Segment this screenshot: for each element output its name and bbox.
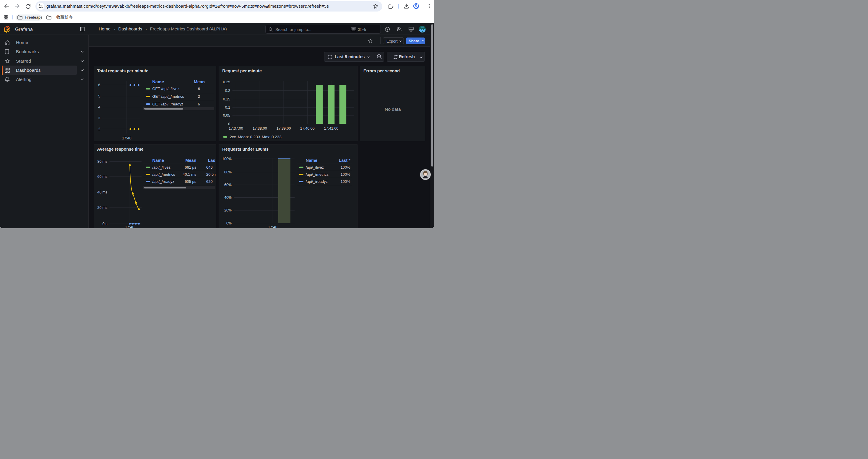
svg-text:17:38:00: 17:38:00: [253, 126, 267, 131]
svg-text:0%: 0%: [226, 221, 231, 225]
svg-text:0.15: 0.15: [223, 97, 230, 101]
svg-text:0: 0: [228, 122, 230, 126]
svg-text:40 ms: 40 ms: [97, 190, 107, 194]
svg-text:17:39:00: 17:39:00: [277, 126, 291, 131]
svg-text:2: 2: [98, 127, 100, 131]
svg-text:0.1: 0.1: [225, 105, 230, 109]
svg-text:17:40: 17:40: [122, 136, 131, 140]
svg-text:3: 3: [98, 116, 100, 120]
svg-text:0 s: 0 s: [102, 222, 107, 226]
svg-text:17:41:00: 17:41:00: [324, 126, 339, 131]
svg-text:17:37:00: 17:37:00: [229, 126, 243, 131]
svg-text:0.05: 0.05: [223, 113, 230, 118]
svg-text:20%: 20%: [224, 208, 231, 212]
svg-text:0.2: 0.2: [225, 89, 230, 93]
svg-text:17:40:00: 17:40:00: [300, 126, 315, 131]
svg-text:20 ms: 20 ms: [97, 205, 107, 210]
svg-text:40%: 40%: [224, 196, 231, 200]
svg-text:0.25: 0.25: [223, 80, 230, 84]
svg-text:17:40: 17:40: [125, 225, 134, 228]
svg-text:17:40: 17:40: [268, 225, 277, 228]
